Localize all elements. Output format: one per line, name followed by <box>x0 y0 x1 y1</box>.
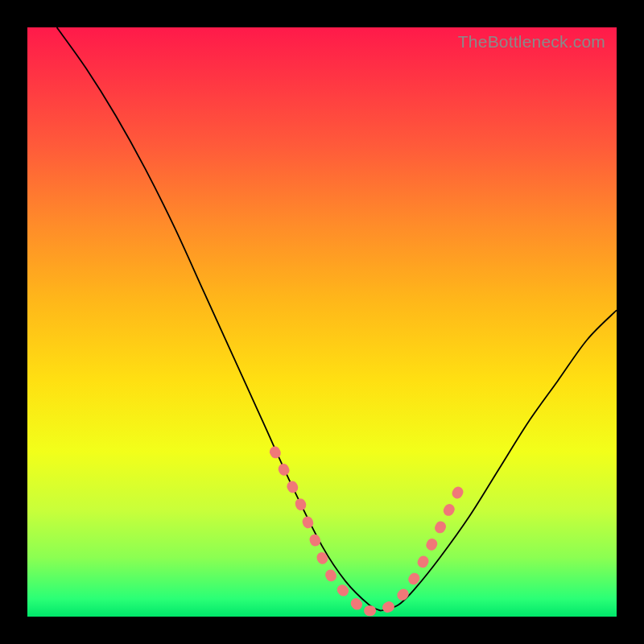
highlight-dots <box>275 452 463 611</box>
plot-area: TheBottleneck.com <box>27 27 617 617</box>
curve-left-branch <box>57 27 382 611</box>
curve-right-branch <box>381 310 617 610</box>
chart-frame: TheBottleneck.com <box>0 0 644 644</box>
chart-svg <box>27 27 617 617</box>
